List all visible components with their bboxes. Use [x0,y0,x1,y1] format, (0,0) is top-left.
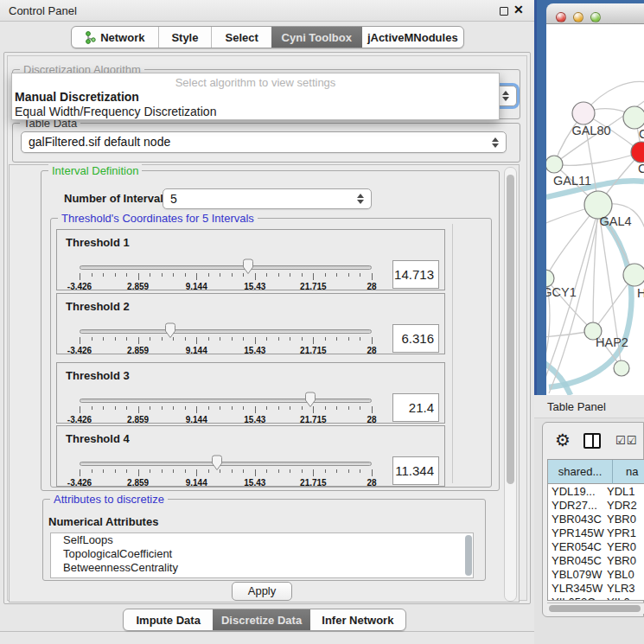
cell-name[interactable]: YDR2 [607,499,644,513]
tab-jactivemnodules[interactable]: jActiveMNodules [362,27,463,48]
threshold-value-field[interactable]: 6.316 [392,324,439,353]
column-header-shared-name[interactable]: shared... [548,460,613,484]
threshold-slider[interactable]: -3.4262.8599.14415.4321.71528 [80,450,372,487]
table-row[interactable]: YER054C YER0 [548,540,644,554]
threshold-slider[interactable]: -3.4262.8599.14415.4321.71528 [80,318,372,354]
tick-mark [243,406,244,410]
cell-shared-name[interactable]: YDL19... [552,485,612,499]
cell-shared-name[interactable]: YLR345W [552,582,612,596]
table-row[interactable]: YIL052C YIL0 [548,596,644,601]
cell-shared-name[interactable]: YPR145W [552,526,612,540]
select-all-checkboxes-icon[interactable]: ☑☑ [615,434,637,447]
columns-icon[interactable] [583,433,601,449]
slider-thumb[interactable] [241,258,255,275]
slider-track[interactable] [80,265,372,270]
tab-discretize-data[interactable]: Discretize Data [213,609,309,630]
table-row[interactable]: YDL19... YDL1 [548,485,644,499]
network-graph[interactable]: GAL80GACGAL11GAL4GCY1HHAP2 [546,24,644,395]
cell-shared-name[interactable]: YIL052C [552,596,612,601]
network-node-GCY1[interactable] [546,270,554,287]
network-node-GAL80[interactable] [572,102,595,124]
cell-name[interactable]: YBR0 [607,513,644,526]
table-row[interactable]: YPR145W YPR1 [548,526,644,540]
close-icon[interactable]: ✕ [513,3,524,16]
tab-cyni-toolbox[interactable]: Cyni Toolbox [271,27,362,48]
table-row[interactable]: YBL079W YBL0 [548,568,644,582]
tab-infer-network-label: Infer Network [322,614,393,627]
algorithm-option-equal-width[interactable]: Equal Width/Frequency Discretization [15,105,216,118]
float-window-icon[interactable] [500,7,508,16]
slider-thumb[interactable] [210,455,224,471]
apply-button[interactable]: Apply [232,582,292,601]
table-row[interactable]: YLR345W YLR3 [548,582,644,596]
column-header-name[interactable]: na [614,460,644,484]
threshold-label: Threshold 2 [66,300,130,313]
node-label: GAL80 [571,124,610,137]
threshold-slider[interactable]: -3.4262.8599.14415.4321.71528 [80,387,372,424]
cell-shared-name[interactable]: YBR045C [552,554,612,568]
scrollbar-thumb[interactable] [549,605,641,612]
algorithm-option-manual[interactable]: Manual Discretization [15,90,139,104]
tab-select[interactable]: Select [211,27,271,48]
attributes-scrollbar[interactable] [465,535,472,576]
slider-thumb[interactable] [163,322,177,339]
attribute-item[interactable]: SelfLoops [51,533,473,547]
cell-name[interactable]: YLR3 [607,582,644,596]
attribute-item[interactable]: BetweennessCentrality [51,561,473,575]
tick-mark [313,273,314,280]
tab-style[interactable]: Style [158,27,212,48]
threshold-slider[interactable]: -3.4262.8599.14415.4321.71528 [80,254,372,290]
threshold-value-field[interactable]: 11.344 [392,456,439,485]
cell-shared-name[interactable]: YER054C [552,540,612,554]
tick-mark [185,337,186,341]
tick-mark [126,337,127,341]
tick-mark [290,273,290,277]
threshold-value-field[interactable]: 14.713 [392,260,439,289]
cell-name[interactable]: YER0 [607,540,644,554]
algorithm-hint-option[interactable]: Select algorithm to view settings [12,76,499,89]
table-row[interactable]: YDR27... YDR2 [548,499,644,513]
network-canvas[interactable]: GAL80GACGAL11GAL4GCY1HHAP2 [546,24,644,395]
slider-track[interactable] [80,399,372,403]
tick-mark [360,406,360,410]
network-node-C[interactable] [631,142,644,163]
network-node-GA[interactable] [623,106,644,129]
tick-label: 9.144 [186,478,207,488]
cell-name[interactable]: YPR1 [607,526,644,540]
network-node-GAL11[interactable] [546,156,563,173]
traffic-light-minimize-button[interactable] [573,12,583,22]
network-node-unlabeled[interactable] [614,360,629,376]
tick-mark [162,337,163,341]
slider-thumb[interactable] [303,392,317,408]
table-row[interactable]: YBR043C YBR0 [548,513,644,526]
table-data-combobox[interactable]: galFiltered.sif default node [21,131,507,153]
slider-ticks [80,406,372,414]
traffic-light-close-button[interactable] [556,12,566,22]
threshold-value-field[interactable]: 21.4 [392,393,439,422]
traffic-light-zoom-button[interactable] [590,12,601,22]
table-row[interactable]: YBR045C YBR0 [548,554,644,568]
table-horizontal-scrollbar[interactable] [547,603,644,614]
cell-name[interactable]: YBL0 [607,568,644,582]
number-of-intervals-combobox[interactable]: 5 [163,188,372,209]
tick-mark [115,273,116,277]
slider-track[interactable] [80,329,372,334]
cell-shared-name[interactable]: YBR043C [552,513,612,526]
gear-icon[interactable]: ⚙ [555,430,571,450]
tab-network[interactable]: Network [72,27,158,48]
network-window-titlebar [546,3,644,24]
network-node-H[interactable] [623,264,644,286]
cell-shared-name[interactable]: YBL079W [552,568,612,582]
settings-vertical-scrollbar[interactable] [504,167,517,602]
slider-track[interactable] [80,462,372,466]
scrollbar-thumb[interactable] [507,175,514,484]
cell-shared-name[interactable]: YDR27... [552,499,612,513]
tab-infer-network[interactable]: Infer Network [310,609,405,630]
tick-mark [103,337,104,341]
cell-name[interactable]: YIL0 [607,596,644,601]
tick-mark [196,273,197,280]
tab-impute-data[interactable]: Impute Data [124,609,213,630]
attribute-item[interactable]: TopologicalCoefficient [51,547,473,561]
cell-name[interactable]: YDL1 [607,485,644,499]
cell-name[interactable]: YBR0 [607,554,644,568]
